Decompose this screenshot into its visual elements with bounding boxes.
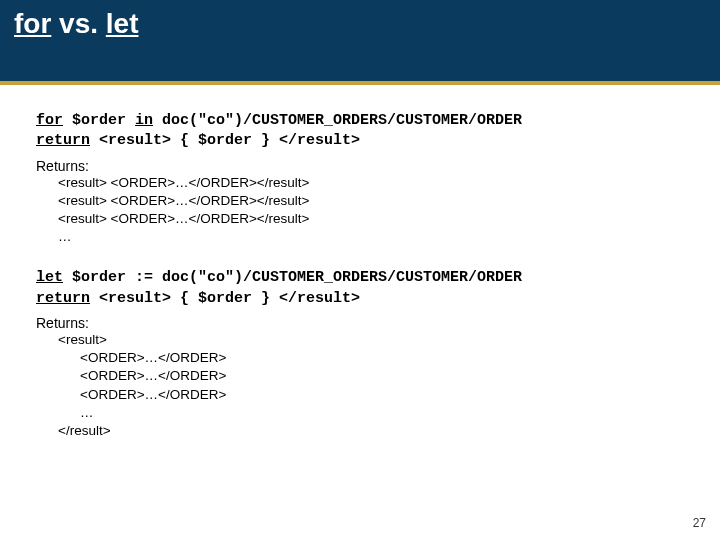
- keyword-in: in: [135, 112, 153, 129]
- let-code-block: let $order := doc("co")/CUSTOMER_ORDERS/…: [36, 268, 684, 309]
- keyword-return: return: [36, 290, 90, 307]
- result-line: <result> <ORDER>…</ORDER></result>: [58, 192, 684, 210]
- result-line: <result> <ORDER>…</ORDER></result>: [58, 174, 684, 192]
- let-result-lines: <result> <ORDER>…</ORDER> <ORDER>…</ORDE…: [58, 331, 684, 440]
- slide-header: for vs. let: [0, 0, 720, 85]
- returns-label-let: Returns:: [36, 315, 684, 331]
- result-line: <ORDER>…</ORDER>: [80, 386, 684, 404]
- result-line: <result> <ORDER>…</ORDER></result>: [58, 210, 684, 228]
- for-result-lines: <result> <ORDER>…</ORDER></result> <resu…: [58, 174, 684, 247]
- code-line: for $order in doc("co")/CUSTOMER_ORDERS/…: [36, 111, 684, 131]
- returns-label-for: Returns:: [36, 158, 684, 174]
- title-vs: vs.: [51, 8, 105, 39]
- result-line: <ORDER>…</ORDER>: [80, 367, 684, 385]
- code-line: let $order := doc("co")/CUSTOMER_ORDERS/…: [36, 268, 684, 288]
- keyword-return: return: [36, 132, 90, 149]
- code-text: <result> { $order } </result>: [90, 290, 360, 307]
- code-line: return <result> { $order } </result>: [36, 131, 684, 151]
- code-text: $order: [63, 112, 135, 129]
- result-line: …: [80, 404, 684, 422]
- result-line: </result>: [58, 422, 684, 440]
- let-section: let $order := doc("co")/CUSTOMER_ORDERS/…: [36, 268, 684, 440]
- page-number: 27: [693, 516, 706, 530]
- for-code-block: for $order in doc("co")/CUSTOMER_ORDERS/…: [36, 111, 684, 152]
- slide-title: for vs. let: [14, 8, 139, 39]
- keyword-let: let: [36, 269, 63, 286]
- result-line: …: [58, 228, 684, 246]
- keyword-for: for: [36, 112, 63, 129]
- result-line: <result>: [58, 331, 684, 349]
- code-text: $order := doc("co")/CUSTOMER_ORDERS/CUST…: [63, 269, 522, 286]
- title-keyword-let: let: [106, 8, 139, 39]
- result-line: <ORDER>…</ORDER>: [80, 349, 684, 367]
- code-text: doc("co")/CUSTOMER_ORDERS/CUSTOMER/ORDER: [153, 112, 522, 129]
- title-keyword-for: for: [14, 8, 51, 39]
- slide-content: for $order in doc("co")/CUSTOMER_ORDERS/…: [0, 85, 720, 440]
- code-line: return <result> { $order } </result>: [36, 289, 684, 309]
- code-text: <result> { $order } </result>: [90, 132, 360, 149]
